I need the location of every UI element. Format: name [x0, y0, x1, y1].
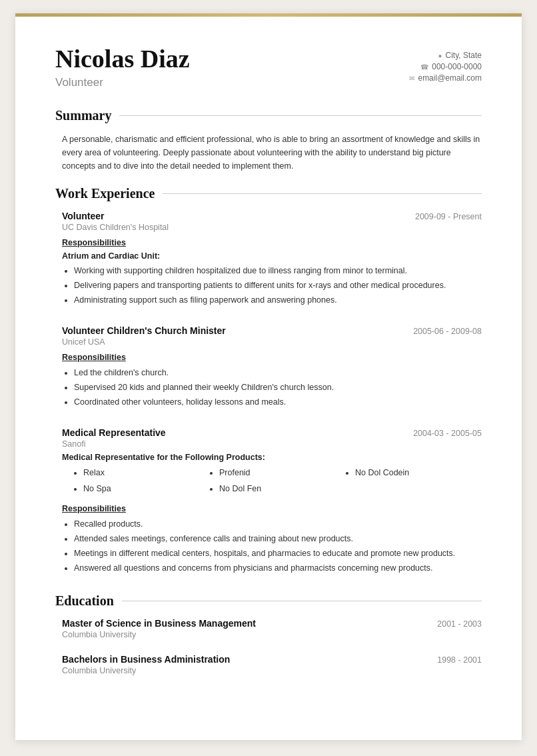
job-2-company: Unicef USA — [62, 337, 482, 347]
job-3-title: Medical Representative — [62, 427, 166, 438]
job-3-products-label: Medical Representative for the Following… — [62, 453, 482, 462]
phone-icon: ☎ — [420, 63, 428, 71]
product-item: No Dol Codein — [355, 465, 482, 481]
job-3-dates: 2004-03 - 2005-05 — [413, 429, 482, 438]
job-1-header: Volunteer 2009-09 - Present — [62, 211, 482, 221]
contact-phone: ☎ 000-000-0000 — [409, 62, 482, 71]
list-item: Answered all questions and concerns from… — [74, 561, 482, 575]
section-summary-header: Summary — [55, 108, 482, 123]
section-work: Work Experience Volunteer 2009-09 - Pres… — [55, 186, 482, 575]
job-1-company: UC Davis Children's Hospital — [62, 223, 482, 232]
edu-1-degree: Master of Science in Business Management — [62, 618, 256, 629]
edu-2-dates: 1998 - 2001 — [437, 655, 482, 665]
edu-2-degree: Bachelors in Business Administration — [62, 654, 230, 665]
job-1-dates: 2009-09 - Present — [415, 212, 482, 221]
job-2-header: Volunteer Children's Church Minister 200… — [62, 325, 482, 336]
header-left: Nicolas Diaz Volunteer — [55, 45, 190, 89]
job-entry-1: Volunteer 2009-09 - Present UC Davis Chi… — [55, 211, 482, 307]
section-work-header: Work Experience — [55, 186, 482, 201]
job-3-bullets: Recalled products. Attended sales meetin… — [62, 517, 482, 575]
section-education-line — [122, 601, 482, 601]
job-2-bullets: Led the children's church. Supervised 20… — [62, 366, 482, 409]
job-3-responsibilities-label: Responsibilities — [62, 504, 126, 513]
list-item: Administrating support such as filing pa… — [74, 293, 482, 307]
list-item: Recalled products. — [74, 517, 482, 531]
section-education: Education Master of Science in Business … — [55, 593, 482, 675]
list-item: Supervised 20 kids and planned their wee… — [74, 381, 482, 394]
contact-email: ✉ email@email.com — [409, 73, 482, 83]
candidate-title: Volunteer — [55, 76, 190, 89]
job-1-title: Volunteer — [62, 211, 105, 221]
job-3-company: Sanofi — [62, 439, 482, 449]
job-2-responsibilities-label: Responsibilities — [62, 353, 126, 362]
section-summary-line — [119, 115, 482, 116]
edu-entry-1: Master of Science in Business Management… — [55, 618, 482, 639]
section-education-header: Education — [55, 593, 482, 609]
contact-location: ● City, State — [409, 51, 482, 60]
products-grid: Relax Profenid No Dol Codein No Spa No D… — [62, 465, 482, 497]
job-3-header: Medical Representative 2004-03 - 2005-05 — [62, 427, 482, 438]
list-item: Delivering papers and transporting patie… — [74, 279, 482, 292]
edu-1-header: Master of Science in Business Management… — [62, 618, 482, 629]
candidate-name: Nicolas Diaz — [55, 45, 190, 73]
job-2-dates: 2005-06 - 2009-08 — [413, 327, 482, 336]
location-icon: ● — [438, 52, 442, 59]
edu-1-school: Columbia University — [62, 630, 482, 639]
job-1-subsection: Atrium and Cardiac Unit: — [62, 251, 482, 261]
email-icon: ✉ — [409, 75, 414, 82]
job-1-responsibilities-label: Responsibilities — [62, 238, 126, 247]
resume-page: Nicolas Diaz Volunteer ● City, State ☎ 0… — [15, 13, 522, 740]
job-entry-3: Medical Representative 2004-03 - 2005-05… — [55, 427, 482, 575]
list-item: Attended sales meetings, conference call… — [74, 532, 482, 545]
edu-entry-2: Bachelors in Business Administration 199… — [55, 654, 482, 675]
edu-2-header: Bachelors in Business Administration 199… — [62, 654, 482, 665]
header: Nicolas Diaz Volunteer ● City, State ☎ 0… — [55, 45, 482, 89]
product-item: Profenid — [219, 465, 346, 481]
job-entry-2: Volunteer Children's Church Minister 200… — [55, 325, 482, 409]
section-work-line — [163, 193, 482, 194]
section-summary: Summary A personable, charismatic and ef… — [55, 108, 482, 173]
product-item: Relax — [83, 465, 210, 481]
list-item: Coordinated other volunteers, holiday le… — [74, 395, 482, 409]
section-work-title: Work Experience — [55, 186, 155, 201]
job-1-bullets: Working with supporting children hospita… — [62, 264, 482, 307]
section-summary-title: Summary — [55, 108, 111, 123]
edu-2-school: Columbia University — [62, 666, 482, 675]
list-item: Working with supporting children hospita… — [74, 264, 482, 277]
edu-1-dates: 2001 - 2003 — [437, 619, 482, 629]
product-item: No Dol Fen — [219, 481, 346, 497]
list-item: Meetings in different medical centers, h… — [74, 547, 482, 560]
section-education-title: Education — [55, 593, 114, 609]
header-contact: ● City, State ☎ 000-000-0000 ✉ email@ema… — [409, 51, 482, 85]
list-item: Led the children's church. — [74, 366, 482, 379]
product-item: No Spa — [83, 481, 210, 497]
summary-text: A personable, charismatic and efficient … — [55, 133, 482, 173]
job-2-title: Volunteer Children's Church Minister — [62, 325, 226, 336]
